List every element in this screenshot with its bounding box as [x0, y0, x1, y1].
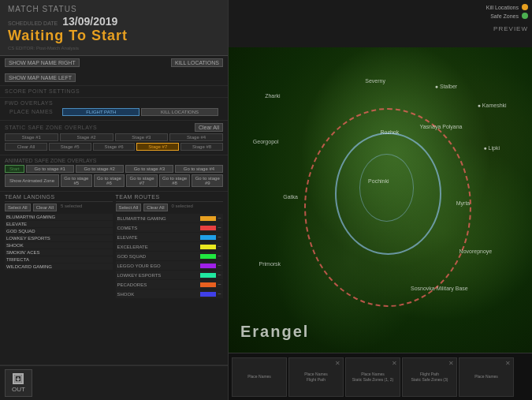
map-overlay-controls: Kill Locations Safe Zones PREVIEW [486, 4, 528, 32]
stage-8-button[interactable]: Stage #8 [180, 143, 223, 151]
goto-stage-8-button[interactable]: Go to stage #8 [159, 174, 191, 187]
static-safe-zone-section: STATIC SAFE ZONE OVERLAYS Clear All Stag… [0, 121, 228, 155]
team-item[interactable]: GOD SQUAD [5, 228, 113, 234]
route-color-bar [200, 292, 216, 297]
team-item[interactable]: SHOOK [5, 242, 113, 249]
goto-stage-3-button[interactable]: Go to stage #3 [125, 165, 173, 173]
map-place-rozhok: Rozhok [381, 129, 400, 135]
map-place-georgopol: Georgopol [253, 139, 279, 144]
teams-section: TEAM LANDINGS Select All Clear All 5 sel… [0, 192, 228, 365]
film-thumb[interactable]: Place NamesStatic Safe Zones (1, 2) ✕ [345, 357, 400, 397]
route-item[interactable]: PECADORES − [116, 280, 224, 289]
film-thumb[interactable]: Flight PathStatic Safe Zones (3) ✕ [402, 357, 457, 397]
route-item[interactable]: BLUMART!NI GAMING − [116, 214, 224, 222]
select-all-routes-button[interactable]: Select All [116, 204, 142, 211]
zone-innermost-circle [359, 154, 414, 221]
team-item[interactable]: TRIFECTA [5, 256, 113, 263]
stage-3-button[interactable]: Stage #3 [115, 133, 169, 141]
goto-stage-6-button[interactable]: Go to stage #6 [94, 174, 125, 187]
map-place-sosnovka: Sosnovka Military Base [411, 286, 468, 291]
stages-row-2: Clear All Stage #5 Stage #6 Stage #7 Sta… [5, 143, 223, 151]
route-color-bar [200, 216, 216, 221]
film-thumb-close[interactable]: ✕ [448, 360, 454, 367]
place-names-label: PLACE NAMES [9, 109, 53, 114]
map-place-severny: Severny [365, 78, 385, 84]
clear-all-stages-button[interactable]: Clear All [195, 123, 223, 132]
team-item[interactable]: ELEVATE [5, 221, 113, 227]
goto-stage-1-button[interactable]: Go to stage #1 [26, 165, 74, 173]
route-color-bar [200, 235, 216, 240]
goto-stage-5-button[interactable]: Go to stage #5 [61, 174, 92, 187]
select-all-landings-button[interactable]: Select All [5, 204, 31, 211]
show-map-name-left-button[interactable]: SHOW MAP NAME LEFT [5, 73, 76, 82]
route-item[interactable]: COMETS − [116, 223, 224, 232]
right-panel: Kill Locations Safe Zones PREVIEW [229, 0, 532, 400]
map-place-stalber: ● Stalber [435, 84, 457, 89]
team-routes: TEAM ROUTES Select All Clear All 0 selec… [116, 194, 224, 362]
static-zone-label: STATIC SAFE ZONE OVERLAYS [5, 125, 97, 130]
route-item[interactable]: GOD SQUAD − [116, 252, 224, 260]
film-thumb-close[interactable]: ✕ [335, 360, 340, 367]
match-status-header: MATCH STATUS SCHEDULED DATE 13/09/2019 W… [0, 0, 228, 56]
map-place-zharki: Zharki [265, 93, 280, 99]
map-place-yasnaya: Yasnaya Polyana [420, 124, 463, 129]
map-container: Zharki Severny ● Stalber ● Kameshki Geor… [229, 47, 532, 353]
route-color-bar [200, 264, 216, 268]
stages-row-1: Stage #1 Stage #2 Stage #3 Stage #4 [5, 133, 223, 141]
stage-6-button[interactable]: Stage #6 [93, 143, 136, 151]
film-thumb-label: Place Names [246, 372, 273, 381]
map-place-kameshki: ● Kameshki [478, 103, 507, 108]
map-name-label: Erangel [240, 323, 309, 341]
route-item[interactable]: SHOOK − [116, 290, 224, 298]
team-item[interactable]: WILDCARD GAMING [5, 264, 113, 270]
safe-zones-toggle-dot[interactable] [522, 13, 528, 19]
stage-7-button[interactable]: Stage #7 [136, 143, 179, 151]
fwd-overlays-section: FWD OVERLAYS PLACE NAMES FLIGHT PATH KIL… [0, 98, 228, 121]
route-item[interactable]: EXCELERATE − [116, 242, 224, 251]
goto-stage-2-button[interactable]: Go to stage #2 [76, 165, 124, 173]
film-thumb[interactable]: Place NamesFlight Path ✕ [288, 357, 344, 397]
map-place-myrta: Myrta [456, 200, 471, 206]
flight-path-button[interactable]: FLIGHT PATH [62, 108, 140, 116]
kill-locations-button[interactable]: KILL LOCATIONS [171, 58, 223, 67]
score-point-section: SCORE POINT SETTINGS [0, 86, 228, 98]
film-thumb-close[interactable]: ✕ [392, 360, 397, 367]
match-status-title: MATCH STATUS [8, 5, 220, 13]
kill-locations-overlay-button[interactable]: KILL LOCATIONS [141, 108, 218, 116]
route-item[interactable]: LOWKEY ESPORTS − [116, 271, 224, 279]
team-item[interactable]: BLUMART!NI GAMING [5, 214, 113, 220]
show-map-name-right-button[interactable]: SHOW MAP NAME RIGHT [5, 58, 80, 67]
landings-team-list: BLUMART!NI GAMING ELEVATE GOD SQUAD LOWK… [5, 214, 113, 271]
kill-locations-toggle-dot[interactable] [522, 4, 528, 10]
goto-stage-7-button[interactable]: Go to stage #7 [126, 174, 158, 187]
route-item[interactable]: LEGGO YOUR EGO − [116, 261, 224, 270]
waiting-to-start: Waiting To Start [8, 28, 220, 44]
film-thumb[interactable]: Place Names [232, 357, 287, 397]
team-item[interactable]: LOWKEY ESPORTS [5, 235, 113, 241]
safe-zones-toggle-label: Safe Zones [490, 13, 519, 19]
film-thumb-close[interactable]: ✕ [505, 360, 511, 367]
goto-stage-9-button[interactable]: Go to stage #9 [192, 174, 223, 187]
fwd-overlays-label: FWD OVERLAYS [5, 100, 223, 106]
clear-all-landings-button[interactable]: Clear All [33, 204, 57, 211]
route-color-bar [200, 245, 216, 249]
animated-zone-start-button[interactable]: Start [5, 165, 24, 173]
goto-stage-4-button[interactable]: Go to stage #4 [175, 165, 223, 173]
stage-5-button[interactable]: Stage #5 [49, 143, 91, 151]
stage-2-button[interactable]: Stage #2 [60, 133, 113, 141]
team-item[interactable]: SMOKIN' ACES [5, 249, 113, 256]
out-label: OUT [12, 386, 25, 393]
stage-1-button[interactable]: Stage #1 [5, 133, 58, 141]
film-thumb[interactable]: Place Names ✕ [459, 357, 514, 397]
out-button[interactable]: OUT [5, 369, 32, 397]
clear-btn[interactable]: Clear All [5, 143, 47, 151]
left-panel: MATCH STATUS SCHEDULED DATE 13/09/2019 W… [0, 0, 229, 400]
score-point-label: SCORE POINT SETTINGS [5, 88, 223, 94]
route-item[interactable]: ELEVATE − [116, 233, 224, 241]
show-animated-zone-button[interactable]: Show Animated Zone [5, 174, 59, 187]
show-map-name-section: SHOW MAP NAME RIGHT KILL LOCATIONS SHOW … [0, 56, 228, 86]
team-routes-header: TEAM ROUTES [116, 194, 224, 202]
map-place-pochinki: Pochinki [368, 178, 389, 184]
stage-4-button[interactable]: Stage #4 [169, 133, 223, 141]
clear-all-routes-button[interactable]: Clear All [143, 204, 167, 211]
